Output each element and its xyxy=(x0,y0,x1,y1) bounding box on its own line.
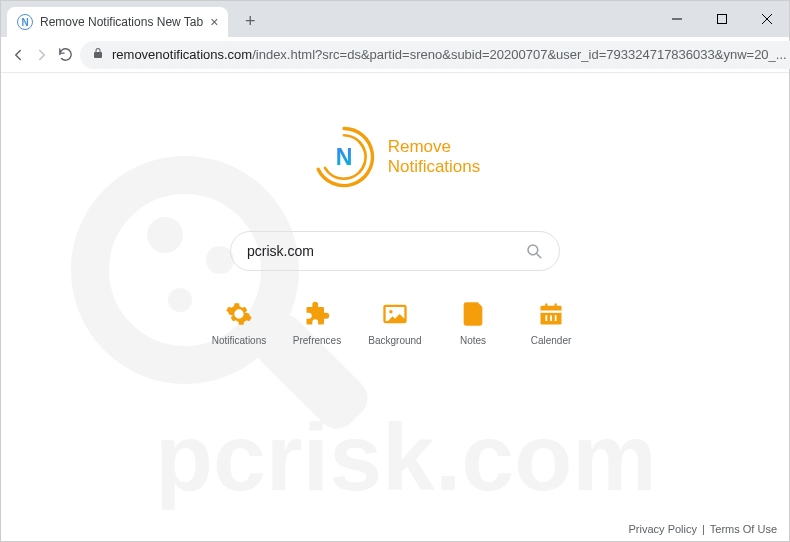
url-text: removenotifications.com/index.html?src=d… xyxy=(112,47,787,62)
new-tab-button[interactable]: + xyxy=(238,11,262,32)
logo-mark-icon: N xyxy=(310,123,378,191)
minimize-button[interactable] xyxy=(654,4,699,34)
shortcut-label: Notifications xyxy=(212,335,266,346)
maximize-button[interactable] xyxy=(699,4,744,34)
footer-links: Privacy Policy | Terms Of Use xyxy=(629,523,777,535)
shortcut-label: Calender xyxy=(531,335,572,346)
gear-icon xyxy=(224,299,254,329)
logo-text-line2: Notifications xyxy=(388,157,481,177)
tab-bar: N Remove Notifications New Tab × + xyxy=(1,1,789,37)
svg-point-14 xyxy=(528,245,538,255)
svg-point-17 xyxy=(389,310,393,314)
browser-window: N Remove Notifications New Tab × + xyxy=(0,0,790,542)
url-domain: removenotifications.com xyxy=(112,47,252,62)
close-tab-icon[interactable]: × xyxy=(210,14,218,30)
svg-line-15 xyxy=(537,254,541,258)
shortcut-notes[interactable]: Notes xyxy=(443,299,503,346)
puzzle-icon xyxy=(302,299,332,329)
calendar-icon xyxy=(536,299,566,329)
svg-text:pcrisk.com: pcrisk.com xyxy=(155,404,657,510)
logo-text-line1: Remove xyxy=(388,137,481,157)
shortcut-label: Prefrences xyxy=(293,335,341,346)
browser-toolbar: removenotifications.com/index.html?src=d… xyxy=(1,37,789,73)
shortcut-prefrences[interactable]: Prefrences xyxy=(287,299,347,346)
address-bar[interactable]: removenotifications.com/index.html?src=d… xyxy=(80,41,790,69)
tab-favicon-icon: N xyxy=(17,14,33,30)
tab-title: Remove Notifications New Tab xyxy=(40,15,203,29)
window-controls xyxy=(654,1,789,37)
shortcut-notifications[interactable]: Notifications xyxy=(209,299,269,346)
shortcut-background[interactable]: Background xyxy=(365,299,425,346)
shortcut-label: Notes xyxy=(460,335,486,346)
browser-tab[interactable]: N Remove Notifications New Tab × xyxy=(7,7,228,37)
reload-button[interactable] xyxy=(57,42,74,68)
image-icon xyxy=(380,299,410,329)
shortcut-calender[interactable]: Calender xyxy=(521,299,581,346)
search-input[interactable] xyxy=(247,243,525,259)
footer-separator: | xyxy=(702,523,705,535)
forward-button[interactable] xyxy=(33,42,51,68)
shortcut-label: Background xyxy=(368,335,421,346)
back-button[interactable] xyxy=(9,42,27,68)
url-path: /index.html?src=ds&partid=sreno&subid=20… xyxy=(252,47,786,62)
svg-text:N: N xyxy=(335,144,352,170)
lock-icon xyxy=(92,47,104,62)
search-icon[interactable] xyxy=(525,242,543,260)
notes-icon xyxy=(458,299,488,329)
search-box[interactable] xyxy=(230,231,560,271)
terms-link[interactable]: Terms Of Use xyxy=(710,523,777,535)
close-window-button[interactable] xyxy=(744,4,789,34)
logo-text: Remove Notifications xyxy=(388,137,481,176)
shortcuts-row: Notifications Prefrences Background xyxy=(209,299,581,346)
svg-rect-1 xyxy=(717,15,726,24)
privacy-link[interactable]: Privacy Policy xyxy=(629,523,697,535)
main-content: N Remove Notifications xyxy=(1,73,789,346)
site-logo: N Remove Notifications xyxy=(310,123,481,191)
page-content: ​ pcrisk.com N xyxy=(1,73,789,541)
